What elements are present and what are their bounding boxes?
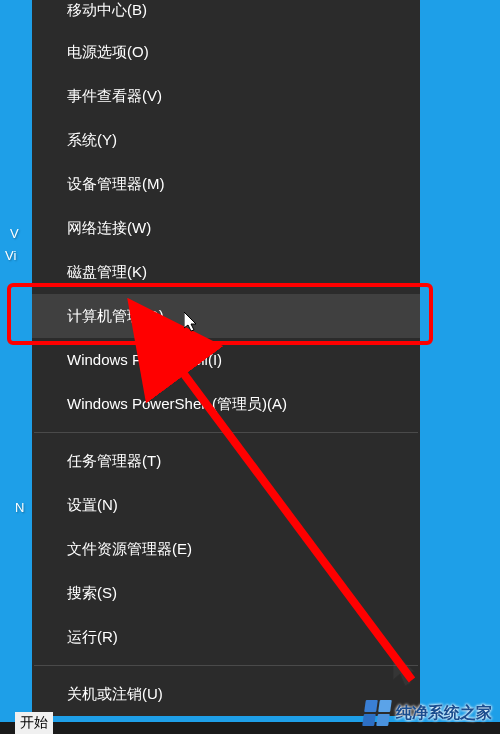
menu-item-run[interactable]: 运行(R)	[32, 615, 420, 659]
menu-item-system[interactable]: 系统(Y)	[32, 118, 420, 162]
menu-item-file-explorer[interactable]: 文件资源管理器(E)	[32, 527, 420, 571]
menu-item-computer-management[interactable]: 计算机管理(G)	[32, 294, 420, 338]
menu-item-device-manager[interactable]: 设备管理器(M)	[32, 162, 420, 206]
menu-item-network-connections[interactable]: 网络连接(W)	[32, 206, 420, 250]
menu-item-search[interactable]: 搜索(S)	[32, 571, 420, 615]
menu-item-powershell-admin[interactable]: Windows PowerShell (管理员)(A)	[32, 382, 420, 426]
menu-item-mobility-center[interactable]: 移动中心(B)	[32, 0, 420, 30]
start-button-label[interactable]: 开始	[15, 712, 53, 734]
menu-item-power-options[interactable]: 电源选项(O)	[32, 30, 420, 74]
menu-item-shutdown-signout[interactable]: 关机或注销(U)	[32, 672, 420, 716]
watermark-text: 纯净系统之家	[396, 703, 492, 724]
mouse-shadow-icon	[390, 648, 426, 690]
menu-item-task-manager[interactable]: 任务管理器(T)	[32, 439, 420, 483]
menu-item-disk-management[interactable]: 磁盘管理(K)	[32, 250, 420, 294]
menu-divider	[34, 432, 418, 433]
winx-context-menu: 移动中心(B) 电源选项(O) 事件查看器(V) 系统(Y) 设备管理器(M) …	[32, 0, 420, 716]
menu-divider	[34, 665, 418, 666]
watermark: 纯净系统之家	[364, 700, 492, 726]
menu-item-event-viewer[interactable]: 事件查看器(V)	[32, 74, 420, 118]
windows-logo-icon	[362, 700, 392, 726]
desktop-icon-label: V	[10, 226, 19, 241]
menu-item-powershell[interactable]: Windows PowerShell(I)	[32, 338, 420, 382]
desktop-icon-label: N	[15, 500, 24, 515]
desktop-icon-label: Vi	[5, 248, 16, 263]
menu-item-settings[interactable]: 设置(N)	[32, 483, 420, 527]
